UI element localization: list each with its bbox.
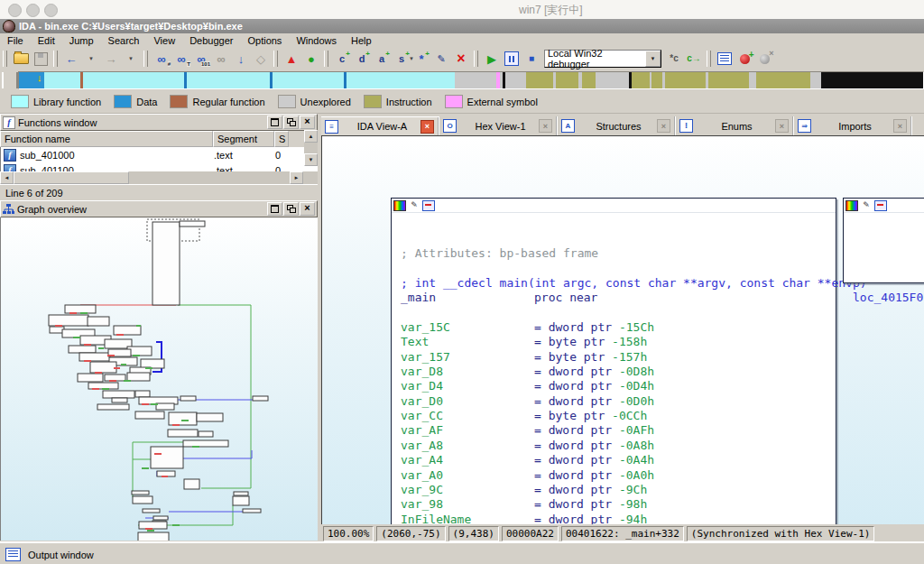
navigation-band[interactable]: ↓ [18,71,924,89]
search-again-icon[interactable]: ∞ [212,50,230,68]
segments-icon[interactable] [716,50,734,68]
functions-horizontal-scrollbar[interactable]: ◄ ► [0,171,318,184]
functions-float-button[interactable] [283,116,299,129]
code-line[interactable] [401,305,836,319]
jump-address-icon[interactable]: ↓ [232,50,250,68]
toolbar-grip[interactable] [3,51,7,67]
save-icon[interactable] [32,50,50,68]
toolbar-grip[interactable] [143,51,148,67]
code-line[interactable]: ; int __cdecl main(int argc, const char … [401,276,836,291]
tab-close-icon[interactable]: × [775,119,789,133]
ida-titlebar[interactable]: IDA - bin.exe C:¥Users¥target¥Desktop¥bi… [0,19,924,33]
toolbar-grip[interactable] [273,51,278,67]
tab-close-icon[interactable]: × [657,119,670,133]
stack-var-line[interactable]: InFileName= dword ptr -94h [401,513,836,524]
code-line[interactable]: ; Attributes: bp-based frame [401,246,836,261]
disassembly-label[interactable]: loc_4015F0: [844,213,924,335]
scroll-right-icon[interactable]: ► [290,171,303,184]
stack-var-line[interactable]: var_D0= dword ptr -0D0h [401,394,836,409]
attach-process-icon[interactable]: *c [665,50,683,68]
code-line[interactable] [401,231,836,245]
nav-back-icon[interactable]: ← [62,50,80,68]
search-text-icon[interactable]: ∞T [172,50,190,68]
make-enum-icon[interactable]: *+ [412,50,430,68]
graph-close-button[interactable]: × [300,202,315,216]
tab-imports[interactable]: ⇒Imports× [794,116,912,135]
tab-structures[interactable]: AStructures× [558,116,676,135]
stack-var-line[interactable]: var_CC= byte ptr -0CCh [401,409,836,423]
graph-float-button[interactable] [283,202,299,216]
combo-dropdown-icon[interactable]: ▼ [645,51,661,67]
stack-var-line[interactable]: var_D8= dword ptr -0D8h [401,365,836,379]
debugger-pause-icon[interactable] [503,50,521,68]
functions-close-button[interactable]: × [300,116,315,129]
tab-enums[interactable]: ⁝Enums× [676,116,794,135]
open-file-icon[interactable] [12,50,30,68]
menu-options[interactable]: Options [240,34,289,47]
debugger-stop-icon[interactable]: ■ [522,50,541,68]
edit-comment-icon[interactable]: ✎ [432,50,450,68]
menu-debugger[interactable]: Debugger [182,34,240,47]
graph-maximize-button[interactable] [267,202,282,216]
make-struct-icon[interactable]: s+▼ [393,50,411,68]
cursor-history-icon[interactable]: ◇ [252,50,270,68]
node-color-icon[interactable] [845,200,858,211]
menu-file[interactable]: File [0,34,31,47]
tab-close-icon[interactable]: × [539,119,552,133]
nav-forward-icon[interactable]: → [102,50,120,68]
menu-search[interactable]: Search [101,34,147,47]
search-immediate-icon[interactable]: ∞101 [192,50,210,68]
functions-window-titlebar[interactable]: f Functions window × [0,114,318,131]
node-edit-icon[interactable]: ✎ [861,200,872,210]
menu-help[interactable]: Help [344,34,379,47]
vm-zoom-button[interactable] [44,4,58,17]
nav-forward-dropdown-icon[interactable]: ▼ [122,50,140,68]
function-row[interactable]: fsub_401000.text0 [1,147,318,162]
navband-run-icon[interactable]: ● [302,50,320,68]
menu-windows[interactable]: Windows [289,34,344,47]
disassembly-text[interactable]: ; Attributes: bp-based frame; int __cdec… [392,213,836,524]
navband-drag-handle[interactable] [2,72,18,88]
menu-jump[interactable]: Jump [62,34,101,47]
column-header-function-name[interactable]: Function name [0,131,213,147]
function-row[interactable]: fsub_401100.text0 [1,162,318,171]
node-color-icon[interactable] [393,200,406,211]
stack-var-line[interactable]: var_98= dword ptr -98h [401,497,836,512]
output-window-titlebar[interactable]: Output window [0,541,924,564]
menu-view[interactable]: View [146,34,182,47]
ida-view-a-canvas[interactable]: ✎ ; Attributes: bp-based frame; int __cd… [321,135,924,524]
scrollbar-thumb[interactable] [14,171,129,184]
tab-ida-view-a[interactable]: ≡IDA View-A× [321,116,439,135]
stack-var-line[interactable]: var_A8= dword ptr -0A8h [401,439,836,453]
code-line[interactable] [401,217,836,231]
run-to-cursor-icon[interactable]: c→ [685,50,703,68]
search-hex-icon[interactable]: ∞# [152,50,171,68]
make-string-icon[interactable]: a+ [373,50,391,68]
functions-maximize-button[interactable] [267,116,282,129]
scroll-down-icon[interactable]: ▼ [304,153,318,166]
node-frame-icon[interactable] [422,200,435,211]
code-line[interactable] [401,261,836,275]
stack-var-line[interactable]: var_A4= dword ptr -0A4h [401,453,836,467]
toolbar-grip[interactable] [474,51,478,67]
breakpoint-add-icon[interactable] [735,50,753,68]
scroll-up-icon[interactable]: ▲ [304,130,318,143]
make-data-icon[interactable]: d+ [353,50,371,68]
column-header-s[interactable]: S [274,131,289,147]
tab-close-icon[interactable]: × [893,119,907,133]
toolbar-grip[interactable] [707,51,711,67]
scroll-left-icon[interactable]: ◄ [0,171,14,184]
debugger-select-combobox[interactable]: Local Win32 debugger▼ [544,50,661,68]
graph-node-main[interactable]: ✎ ; Attributes: bp-based frame; int __cd… [391,198,836,524]
stack-var-line[interactable]: var_A0= dword ptr -0A0h [401,468,836,483]
stack-var-line[interactable]: var_157= byte ptr -157h [401,350,836,365]
graph-node-loc-4015F0[interactable]: ✎ loc_4015F0: [843,198,924,283]
code-line[interactable]: _mainproc near [401,291,836,305]
menu-edit[interactable]: Edit [31,34,62,47]
toolbar-grip[interactable] [324,51,328,67]
stack-var-line[interactable]: Text= byte ptr -158h [401,335,836,349]
tab-close-icon[interactable]: × [420,120,434,134]
nav-back-dropdown-icon[interactable]: ▼ [82,50,100,68]
vm-close-button[interactable] [8,4,22,17]
node-edit-icon[interactable]: ✎ [409,200,420,210]
